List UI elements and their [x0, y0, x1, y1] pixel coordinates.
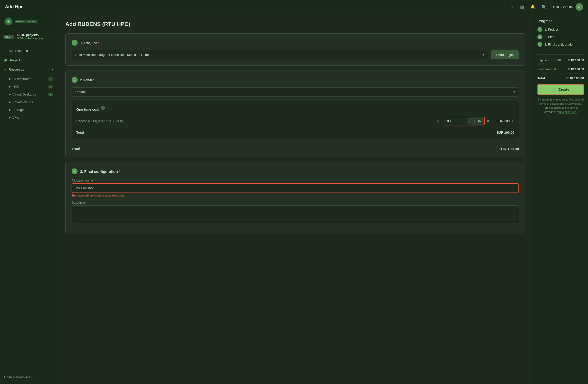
sidebar-sub-hpc[interactable]: HPC 3	[0, 83, 57, 91]
deposit-label: Deposit (EUR) (EUR 1.00 per EUR)	[76, 119, 435, 123]
sidebar-sub-private-clouds[interactable]: Private clouds	[0, 98, 57, 106]
sidebar-sub-vms[interactable]: VMs	[0, 114, 57, 121]
resources-chevron-icon: ▾	[52, 68, 53, 71]
spinner-up-icon[interactable]: ▲	[468, 119, 470, 121]
quantity-spinner[interactable]: ▲ ▼	[467, 118, 471, 124]
sidebar-resources-section: All resources 6 HPC 3 Virtual Desktops 3…	[0, 74, 57, 122]
dot-icon	[9, 109, 10, 111]
logo-icon	[4, 17, 13, 26]
section-final-config: ✓ 3. Final configuration* Allocation nam…	[65, 162, 525, 234]
progress-title: Progress	[537, 19, 584, 23]
project-select[interactable]: AI in Medicine: Laughter is the Best Med…	[72, 50, 488, 59]
topbar-user: Hello LAURIS L	[551, 3, 583, 11]
deposit-input-wrapper: ▲ ▼ EUR	[442, 117, 485, 125]
progress-label-1: 1. Project	[544, 28, 558, 31]
arrow-right-icon: ›	[32, 375, 34, 379]
progress-step-1: ✓ 1. Project	[537, 27, 584, 32]
sub-label: All resources	[12, 77, 46, 81]
sub-count: 6	[48, 77, 53, 81]
sidebar-sub-virtual-desktops[interactable]: Virtual Desktops 3	[0, 91, 57, 98]
logo-badges: BADGE BADGE	[15, 20, 37, 23]
required-marker: *	[94, 179, 95, 182]
section-check-plan: ✓	[72, 77, 78, 83]
sub-label: Storage	[12, 108, 53, 112]
summary-total-val: EUR 100.00	[566, 76, 584, 80]
sidebar-item-add-resource[interactable]: + Add resource	[0, 46, 57, 55]
one-time-cost-box: One time cost i Deposit (EUR) (EUR 1.00 …	[72, 101, 519, 139]
section-project: ✓ 1. Project* AI in Medicine: Laughter i…	[65, 33, 525, 66]
agree-text-2: and	[560, 102, 564, 105]
summary-onetime-row: One time cost EUR 100.00	[537, 68, 584, 71]
cost-total-label: Total	[76, 131, 84, 134]
allocation-name-input[interactable]	[72, 183, 519, 193]
account-badge: ALDP	[3, 35, 14, 39]
sidebar-sub-all-resources[interactable]: All resources 6	[0, 75, 57, 83]
summary-total-key: Total	[537, 76, 545, 80]
required-icon: *	[93, 78, 94, 82]
summary-onetime-val: EUR 100.00	[568, 68, 584, 71]
go-to-marketplace-button[interactable]: Go to marketplace ›	[4, 374, 53, 381]
avatar[interactable]: L	[576, 3, 583, 11]
section-final-title: 3. Final configuration*	[80, 169, 120, 174]
sidebar-sub-storage[interactable]: Storage	[0, 106, 57, 114]
description-group: Description	[72, 201, 519, 224]
description-label: Description	[72, 201, 519, 204]
description-input[interactable]	[72, 205, 519, 223]
dot-icon	[9, 117, 10, 118]
create-label: Create	[558, 88, 569, 92]
sidebar-account[interactable]: ALDP ALDP projekts ALDP · Regular user ›	[0, 29, 57, 44]
plan-select[interactable]: Default ▾	[72, 87, 519, 96]
user-name: LAURIS	[561, 5, 573, 9]
account-sub-text: ALDP	[16, 37, 24, 40]
chevron-down-icon: ▾	[513, 90, 515, 94]
summary-onetime-key: One time cost	[537, 68, 568, 71]
sub-label: Private clouds	[12, 100, 53, 104]
section-total-row: Total EUR 100.00	[72, 143, 519, 151]
agree-text-1: By ordering, you agree to the platform	[538, 98, 584, 101]
dot-icon	[9, 94, 10, 95]
allocation-name-group: Allocation name * This name will be visi…	[72, 179, 519, 197]
progress-check-3: ✓	[537, 42, 542, 47]
progress-label-3: 3. Final configuration	[544, 43, 575, 46]
deposit-cost-row: Deposit (EUR) (EUR 1.00 per EUR) × ▲ ▼ E…	[76, 117, 514, 125]
provider-terms-link[interactable]: terms of service.	[557, 110, 577, 113]
sub-label: VMs	[12, 116, 53, 119]
cart-icon: 🛒	[552, 88, 556, 92]
resources-icon: ≡	[4, 67, 6, 72]
sub-count: 3	[48, 93, 53, 96]
account-role: Regular user	[27, 37, 43, 40]
add-project-button[interactable]: + Add project	[491, 50, 519, 59]
spinner-down-icon[interactable]: ▼	[468, 121, 470, 124]
deposit-input[interactable]	[442, 117, 467, 125]
section-total-value: EUR 100.00	[498, 147, 519, 151]
section-project-header: ✓ 1. Project*	[72, 40, 519, 46]
summary-deposit-key: Deposit (EUR) 100 EUR	[537, 59, 568, 66]
section-final-header: ✓ 3. Final configuration*	[72, 168, 519, 174]
create-button[interactable]: 🛒 Create	[537, 84, 584, 95]
grid-icon[interactable]: ⊞	[507, 3, 514, 10]
terms-of-service-link[interactable]: terms of service	[539, 102, 559, 105]
allocation-hint: This name will be visible in accounting …	[72, 194, 519, 197]
add-icon: +	[4, 49, 6, 53]
agree-text: By ordering, you agree to the platform t…	[537, 97, 584, 114]
section-project-title: 1. Project*	[80, 41, 99, 45]
deposit-hint: (EUR 1.00 per EUR)	[98, 120, 123, 123]
sidebar-resources-header[interactable]: ≡ Resources ▾	[0, 65, 57, 74]
section-total-label: Total	[72, 147, 80, 151]
currency-label: EUR	[471, 117, 484, 125]
privacy-policy-link[interactable]: privacy policy	[565, 102, 581, 105]
sidebar-item-project[interactable]: ▣ Project	[0, 55, 57, 65]
progress-check-2: ✓	[537, 34, 542, 39]
project-select-value: AI in Medicine: Laughter is the Best Med…	[75, 53, 149, 57]
account-name: ALDP projekts	[16, 33, 50, 37]
search-icon[interactable]: 🔍	[540, 3, 547, 10]
progress-check-1: ✓	[537, 27, 542, 32]
chevron-down-icon: ▾	[483, 53, 484, 57]
topbar: Add Hpc ⊞ ▤ 🔔 🔍 Hello LAURIS L	[0, 0, 588, 14]
progress-step-3: ✓ 3. Final configuration	[537, 42, 584, 47]
section-plan-title: 2. Plan*	[80, 78, 94, 82]
message-icon[interactable]: ▤	[518, 3, 525, 10]
info-icon[interactable]: i	[101, 106, 105, 110]
required-icon: *	[119, 169, 120, 174]
bell-icon[interactable]: 🔔	[529, 3, 536, 10]
